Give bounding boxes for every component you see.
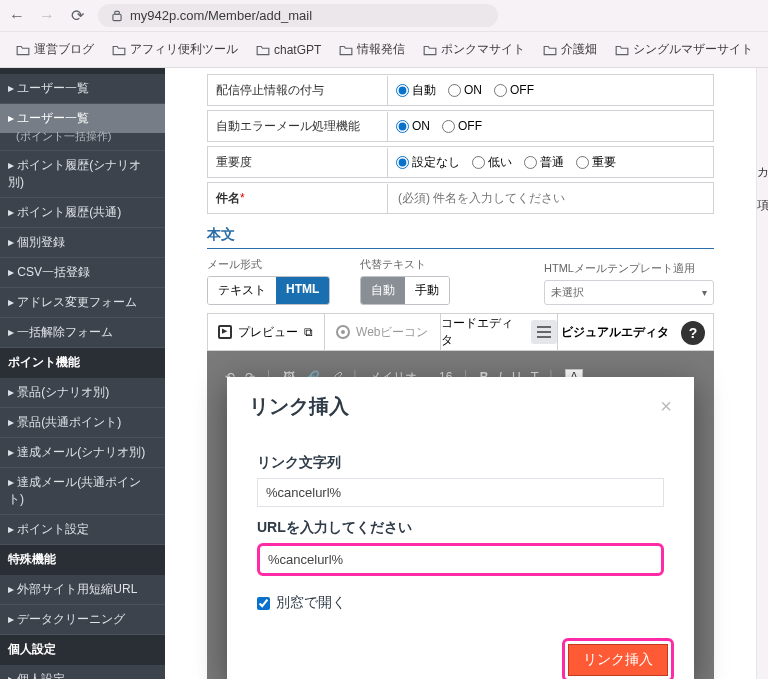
radio-label: 重要 <box>592 154 616 171</box>
sidebar-item-label: アドレス変更フォーム <box>17 295 137 309</box>
label-subject: 件名* <box>208 184 388 213</box>
address-bar[interactable]: my942p.com/Member/add_mail <box>98 4 498 27</box>
tab-preview[interactable]: プレビュー ⧉ <box>208 314 325 350</box>
bookmark-item[interactable]: 運営ブログ <box>10 37 100 62</box>
sidebar-item-point-history-common[interactable]: ▸ ポイント履歴(共通) <box>0 198 165 228</box>
svg-rect-0 <box>113 14 121 20</box>
sidebar-item-user-list[interactable]: ▸ ユーザー一覧 <box>0 74 165 104</box>
sidebar-item-achieve-mail-scenario[interactable]: ▸ 達成メール(シナリオ別) <box>0 438 165 468</box>
back-icon[interactable]: ← <box>8 7 26 25</box>
row-stop-info: 配信停止情報の付与 自動 ON OFF <box>207 74 714 106</box>
row-auto-error: 自動エラーメール処理機能 ON OFF <box>207 110 714 142</box>
radio-high[interactable]: 重要 <box>576 154 616 171</box>
radio-label: ON <box>464 83 482 97</box>
link-string-input[interactable] <box>257 478 664 507</box>
beacon-icon <box>336 325 350 339</box>
seg-option-text[interactable]: テキスト <box>208 277 276 304</box>
newwindow-checkbox[interactable]: 別窓で開く <box>257 594 664 612</box>
sidebar-item-external-short-url[interactable]: ▸ 外部サイト用短縮URL <box>0 575 165 605</box>
section-body-title: 本文 <box>207 222 714 249</box>
sidebar-item-address-change-form[interactable]: ▸ アドレス変更フォーム <box>0 288 165 318</box>
bookmark-label: アフィリ便利ツール <box>130 41 238 58</box>
radio-off[interactable]: OFF <box>442 119 482 133</box>
segmented-mail-format: テキスト HTML <box>207 276 330 305</box>
hamburger-icon <box>531 320 557 344</box>
label-link-url: URLを入力してください <box>257 519 664 537</box>
forward-icon[interactable]: → <box>38 7 56 25</box>
radio-off[interactable]: OFF <box>494 83 534 97</box>
sidebar-item-label: 景品(シナリオ別) <box>17 385 109 399</box>
folder-icon <box>16 44 30 56</box>
editor-canvas: ↶ ↷ │ 🖼 🔗 🖌 │ メイリオ… 16 │ B I U T̲ │ A <box>207 351 714 679</box>
sidebar: ▸ ユーザー一覧 ▸ ユーザー一覧 (ポイント一括操作) ▸ ポイント履歴(シナ… <box>0 68 165 679</box>
label-priority: 重要度 <box>208 148 388 177</box>
sidebar-item-personal-settings[interactable]: ▸ 個人設定 <box>0 665 165 679</box>
browser-toolbar: ← → ⟳ my942p.com/Member/add_mail <box>0 0 768 32</box>
reload-icon[interactable]: ⟳ <box>68 7 86 25</box>
modal-title: リンク挿入 <box>249 393 349 420</box>
sidebar-section-special: 特殊機能 <box>0 545 165 575</box>
radio-normal[interactable]: 普通 <box>524 154 564 171</box>
seg-option-html[interactable]: HTML <box>276 277 329 304</box>
tab-code-editor[interactable]: コードエディタ <box>441 314 558 350</box>
radio-low[interactable]: 低い <box>472 154 512 171</box>
bookmark-item[interactable]: chatGPT <box>250 39 327 61</box>
sidebar-item-label: 個人設定 <box>17 672 65 679</box>
seg-option-manual[interactable]: 手動 <box>405 277 449 304</box>
radio-label: ON <box>412 119 430 133</box>
help-icon[interactable]: ? <box>681 321 705 345</box>
link-url-input[interactable] <box>257 543 664 576</box>
label-auto-error: 自動エラーメール処理機能 <box>208 112 388 141</box>
svg-rect-1 <box>115 11 120 14</box>
sidebar-item-point-settings[interactable]: ▸ ポイント設定 <box>0 515 165 545</box>
sidebar-item-label: ポイント設定 <box>17 522 89 536</box>
tab-label: Webビーコン <box>356 324 428 341</box>
bookmark-item[interactable]: 情報発信 <box>333 37 411 62</box>
label-alt-text: 代替テキスト <box>360 257 450 272</box>
folder-icon <box>615 44 629 56</box>
checkbox-label: 別窓で開く <box>276 594 346 612</box>
bookmark-label: 介護畑 <box>561 41 597 58</box>
tab-visual-editor[interactable]: ビジュアルエディタ <box>558 314 674 350</box>
sidebar-item-prize-common[interactable]: ▸ 景品(共通ポイント) <box>0 408 165 438</box>
sidebar-item-prize-scenario[interactable]: ▸ 景品(シナリオ別) <box>0 378 165 408</box>
sidebar-item-csv-bulk-register[interactable]: ▸ CSV一括登録 <box>0 258 165 288</box>
tab-web-beacon[interactable]: Webビーコン <box>325 314 442 350</box>
link-insert-modal: リンク挿入 × リンク文字列 URLを入力してください 別窓で開く <box>227 377 694 679</box>
bookmark-item[interactable]: 介護畑 <box>537 37 603 62</box>
seg-option-auto[interactable]: 自動 <box>361 277 405 304</box>
bookmark-item[interactable]: ポンクマサイト <box>417 37 531 62</box>
tab-label: ビジュアルエディタ <box>561 324 669 341</box>
bookmark-item[interactable]: アフィリ便利ツール <box>106 37 244 62</box>
bookmark-item[interactable]: シングルマザーサイト <box>609 37 759 62</box>
sidebar-item-achieve-mail-common[interactable]: ▸ 達成メール(共通ポイント) <box>0 468 165 515</box>
sidebar-item-bulk-unsubscribe-form[interactable]: ▸ 一括解除フォーム <box>0 318 165 348</box>
insert-link-button[interactable]: リンク挿入 <box>568 644 668 676</box>
sidebar-item-individual-register[interactable]: ▸ 個別登録 <box>0 228 165 258</box>
label-html-template: HTMLメールテンプレート適用 <box>544 261 714 276</box>
radio-label: 低い <box>488 154 512 171</box>
subject-input[interactable] <box>392 187 709 209</box>
radio-on[interactable]: ON <box>396 119 430 133</box>
radio-none[interactable]: 設定なし <box>396 154 460 171</box>
radio-label: 普通 <box>540 154 564 171</box>
editor-tabbar: プレビュー ⧉ Webビーコン コードエディタ ビジュアルエディタ ? <box>207 313 714 351</box>
sidebar-item-label: 外部サイト用短縮URL <box>17 582 137 596</box>
radio-auto[interactable]: 自動 <box>396 82 436 99</box>
gutter-label: カ <box>757 164 769 181</box>
row-subject: 件名* <box>207 182 714 214</box>
sidebar-item-label: ポイント履歴(共通) <box>17 205 121 219</box>
sidebar-item-point-history-scenario[interactable]: ▸ ポイント履歴(シナリオ別) <box>0 151 165 198</box>
modal-close-icon[interactable]: × <box>660 395 672 418</box>
insert-button-highlight: リンク挿入 <box>562 638 674 679</box>
html-template-select[interactable]: 未選択 <box>544 280 714 305</box>
sidebar-item-label: 一括解除フォーム <box>17 325 113 339</box>
external-icon: ⧉ <box>304 325 313 339</box>
radio-on[interactable]: ON <box>448 83 482 97</box>
folder-icon <box>256 44 270 56</box>
radio-label: OFF <box>510 83 534 97</box>
sidebar-item-data-cleaning[interactable]: ▸ データクリーニング <box>0 605 165 635</box>
newwindow-checkbox-input[interactable] <box>257 597 270 610</box>
radio-label: 自動 <box>412 82 436 99</box>
sidebar-subtext: (ポイント一括操作) <box>0 127 165 151</box>
